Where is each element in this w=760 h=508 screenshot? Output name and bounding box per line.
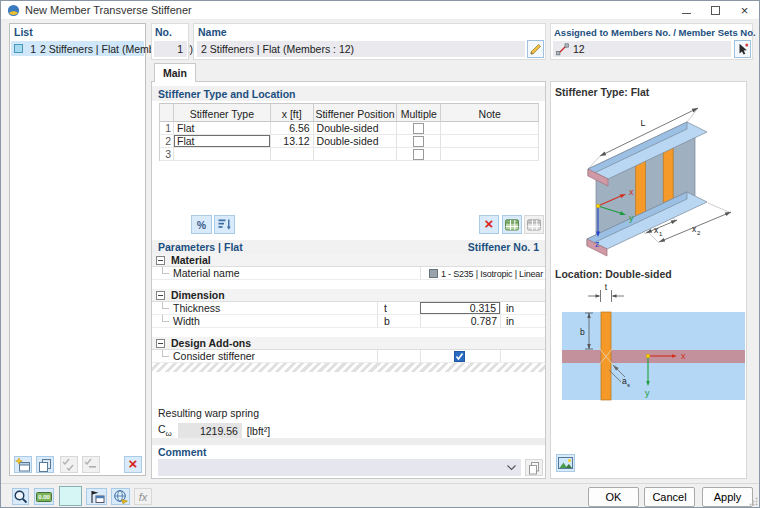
cell-stiffener-type-focused[interactable]: Flat bbox=[174, 135, 271, 148]
thickness-value-field[interactable]: 0.315 bbox=[420, 302, 500, 314]
cell-x[interactable] bbox=[271, 148, 314, 161]
name-card: Name 2 Stiffeners | Flat (Members : 12) bbox=[193, 23, 546, 60]
multiple-checkbox[interactable] bbox=[413, 149, 424, 160]
name-field[interactable]: 2 Stiffeners | Flat (Members : 12) bbox=[197, 41, 525, 57]
ok-button[interactable]: OK bbox=[588, 487, 639, 507]
warp-spring-row: Cω 1219.56 [lbft²] bbox=[158, 423, 270, 438]
list-item-no: 1 bbox=[25, 43, 36, 55]
sort-rows-button[interactable] bbox=[214, 215, 235, 234]
cell-note[interactable] bbox=[441, 135, 539, 148]
cell-note[interactable] bbox=[441, 148, 539, 161]
tab-main[interactable]: Main bbox=[154, 63, 196, 82]
globe-icon bbox=[113, 489, 128, 504]
stiffener-table: Stiffener Type x [ft] Stiffener Position… bbox=[159, 103, 539, 161]
formula-button[interactable]: fx bbox=[134, 488, 152, 505]
group-material[interactable]: Material bbox=[152, 254, 545, 267]
location-title: Location: Double-sided bbox=[555, 268, 672, 280]
thickness-symbol: t bbox=[377, 302, 420, 314]
assigned-card: Assigned to Members No. / Member Sets No… bbox=[550, 23, 753, 60]
copy-entry-button[interactable] bbox=[36, 456, 54, 473]
table-header-row: Stiffener Type x [ft] Stiffener Position… bbox=[160, 104, 539, 122]
row-number: 1 bbox=[160, 122, 174, 135]
deselect-all-button[interactable] bbox=[82, 456, 100, 473]
multiple-checkbox[interactable] bbox=[413, 136, 424, 147]
cell-note[interactable] bbox=[441, 122, 539, 135]
color-swatch-button[interactable] bbox=[59, 486, 82, 506]
group-material-label: Material bbox=[171, 254, 211, 266]
apply-button[interactable]: Apply bbox=[702, 487, 753, 507]
cell-x[interactable]: 13.12 bbox=[271, 135, 314, 148]
main-content-panel: Stiffener Type and Location Stiffener Ty… bbox=[151, 81, 546, 479]
resize-grip[interactable] bbox=[749, 497, 758, 506]
close-button[interactable]: × bbox=[730, 1, 759, 20]
comment-templates-button[interactable] bbox=[525, 459, 543, 476]
list-item[interactable]: 1 2 Stiffeners | Flat (Members : 12) bbox=[11, 41, 144, 56]
spreadsheet-disabled-icon bbox=[526, 217, 542, 233]
new-member-transverse-stiffener-dialog: New Member Transverse Stiffener × List 1… bbox=[0, 0, 760, 508]
cell-stiffener-position[interactable] bbox=[314, 148, 398, 161]
display-properties-button[interactable] bbox=[86, 488, 107, 505]
spacer-row bbox=[152, 280, 545, 289]
cell-stiffener-position[interactable]: Double-sided bbox=[314, 135, 398, 148]
multiple-checkbox[interactable] bbox=[413, 123, 424, 134]
collapse-icon[interactable] bbox=[156, 291, 165, 300]
consider-symbol-cell bbox=[377, 350, 420, 362]
picture-icon bbox=[558, 456, 573, 471]
stiffener-type-title: Stiffener Type: Flat bbox=[555, 86, 649, 98]
collapse-icon[interactable] bbox=[156, 339, 165, 348]
delete-entry-button[interactable]: × bbox=[124, 456, 142, 473]
col-stiffener-position: Stiffener Position bbox=[314, 104, 398, 122]
tree-elbow bbox=[162, 267, 169, 274]
maximize-button[interactable] bbox=[701, 1, 730, 20]
title-bar: New Member Transverse Stiffener × bbox=[1, 1, 759, 20]
pick-object-button[interactable] bbox=[12, 488, 29, 505]
warp-symbol: Cω bbox=[158, 423, 172, 438]
location-diagram: t b a s x y bbox=[551, 280, 746, 430]
table-row: 2 Flat 13.12 Double-sided bbox=[160, 135, 539, 148]
collapse-icon[interactable] bbox=[156, 256, 165, 265]
tab-main-label: Main bbox=[163, 67, 187, 79]
comment-combobox[interactable] bbox=[158, 459, 521, 476]
consider-stiffener-checkbox[interactable] bbox=[454, 351, 465, 362]
width-value-field[interactable]: 0.787 bbox=[420, 315, 500, 327]
assigned-field[interactable]: 12 bbox=[553, 41, 731, 57]
cell-x[interactable]: 6.56 bbox=[271, 122, 314, 135]
material-name-value-cell[interactable]: 1 - S235 | Isotropic | Linear Elas... bbox=[420, 267, 545, 280]
sort-icon bbox=[217, 217, 232, 232]
member-icon bbox=[556, 43, 569, 56]
preview-panel: Stiffener Type: Flat bbox=[550, 81, 747, 479]
group-design-addons[interactable]: Design Add-ons bbox=[152, 337, 545, 350]
select-members-button[interactable] bbox=[734, 40, 751, 58]
rename-button[interactable] bbox=[527, 40, 544, 58]
section-separator bbox=[152, 438, 545, 445]
delete-all-rows-button[interactable]: × bbox=[479, 215, 499, 234]
row-thickness: Thickness t 0.315 in bbox=[152, 302, 545, 315]
axis-y-label: y bbox=[629, 213, 634, 223]
diagram-options-button[interactable] bbox=[556, 454, 575, 472]
import-table-button[interactable] bbox=[524, 215, 544, 234]
copy-sheets-icon bbox=[527, 461, 541, 475]
export-table-button[interactable] bbox=[502, 215, 522, 234]
cell-multiple bbox=[397, 122, 441, 135]
col-row-number bbox=[160, 104, 174, 122]
new-entry-button[interactable] bbox=[14, 456, 32, 473]
online-help-button[interactable] bbox=[111, 488, 130, 505]
row-width: Width b 0.787 in bbox=[152, 315, 545, 328]
select-all-button[interactable] bbox=[60, 456, 78, 473]
width-unit: in bbox=[500, 315, 545, 327]
magnifier-icon bbox=[13, 489, 28, 504]
close-icon: × bbox=[741, 3, 749, 18]
minimize-button[interactable] bbox=[672, 1, 701, 20]
col-stiffener-type: Stiffener Type bbox=[174, 104, 271, 122]
cell-stiffener-type[interactable] bbox=[174, 148, 271, 161]
units-icon: 0.00 bbox=[36, 489, 52, 505]
cancel-button[interactable]: Cancel bbox=[644, 487, 695, 507]
cell-stiffener-position[interactable]: Double-sided bbox=[314, 122, 398, 135]
group-design-addons-label: Design Add-ons bbox=[171, 337, 251, 349]
cell-stiffener-type[interactable]: Flat bbox=[174, 122, 271, 135]
group-dimension[interactable]: Dimension bbox=[152, 289, 545, 302]
units-settings-button[interactable]: 0.00 bbox=[34, 488, 54, 505]
chevron-down-icon bbox=[506, 464, 517, 472]
relative-position-button[interactable]: % bbox=[191, 215, 212, 234]
table-row: 3 bbox=[160, 148, 539, 161]
